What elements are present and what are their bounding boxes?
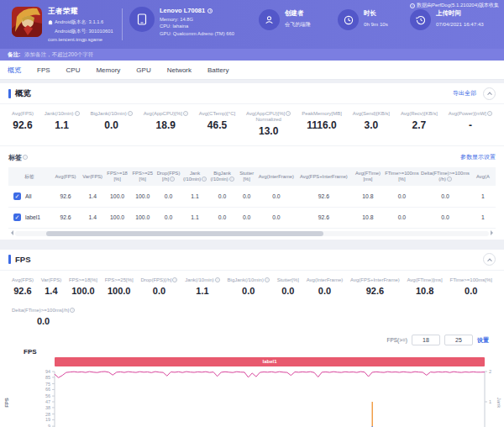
column-header: Var(FPS) xyxy=(81,167,105,186)
overview-collapse-button[interactable] xyxy=(483,87,496,100)
creator-label: 创建者 xyxy=(285,9,311,18)
chevron-up-icon xyxy=(487,258,492,263)
info-icon[interactable]: i xyxy=(183,111,188,116)
table-cell: 0.0 xyxy=(208,186,236,207)
device-memory: Memory: 14.8G xyxy=(160,17,234,22)
chart-label-band: label1 xyxy=(55,357,485,366)
stat-value: 100.0 xyxy=(105,286,134,296)
fps-threshold-input-2[interactable] xyxy=(444,335,473,345)
export-all-link[interactable]: 导出全部 xyxy=(453,89,476,98)
column-header: Avg(InterFrame) xyxy=(257,167,295,186)
scrollbar-thumb[interactable] xyxy=(46,231,323,236)
stat-value: 92.6 xyxy=(350,286,400,296)
column-header: Stutter[%] xyxy=(236,167,257,186)
overview-stats-row: Avg(FPS)92.6Jank(/10min)i1.1BigJank(/10m… xyxy=(0,104,504,145)
app-name: 王者荣耀 xyxy=(48,7,122,17)
column-header: 标签 xyxy=(8,167,50,186)
info-icon[interactable]: i xyxy=(265,277,270,282)
table-cell: 1.1 xyxy=(181,207,208,228)
stat: Delta(FTime)>=100ms[/h]i0.0 xyxy=(12,308,75,326)
info-icon[interactable]: i xyxy=(70,308,75,313)
stat-value: 92.6 xyxy=(12,119,34,131)
tab-memory[interactable]: Memory xyxy=(96,66,120,74)
info-icon[interactable]: i xyxy=(128,111,133,116)
upload-time-icon xyxy=(410,9,431,30)
row-label: ✓All xyxy=(8,192,50,200)
info-icon[interactable]: i xyxy=(202,177,207,182)
stat: Jank(/10min)i1.1 xyxy=(45,111,80,137)
scroll-left-icon[interactable] xyxy=(8,230,13,235)
svg-text:28: 28 xyxy=(45,411,50,416)
info-icon[interactable]: i xyxy=(286,111,291,116)
stat-label: Avg(FTime)[ms] xyxy=(407,277,442,283)
fps-collapse-button[interactable] xyxy=(483,253,496,266)
stat-value: 0.0 xyxy=(307,286,344,296)
stat-value: 0.0 xyxy=(140,286,177,296)
column-header: Delta(FTime)>=100ms(/h)i xyxy=(420,167,470,186)
scroll-right-icon[interactable] xyxy=(491,230,496,235)
note-bar[interactable]: 备注: 添加备注，不超过200个字符 xyxy=(0,49,504,61)
display-settings-link[interactable]: 参数显示设置 xyxy=(460,153,496,161)
stat-label: Avg(AppCPU)[%]iNormalized xyxy=(246,111,291,123)
row-checkbox[interactable]: ✓ xyxy=(13,214,21,221)
column-header: FTime>=100ms[%] xyxy=(384,167,420,186)
table-cell: 0.0 xyxy=(384,186,420,207)
threshold-settings-button[interactable]: 设置 xyxy=(477,336,489,345)
stat: PeakMemory[MB]1116.0 xyxy=(302,111,342,137)
tab-概览[interactable]: 概览 xyxy=(8,66,21,75)
labels-info-icon[interactable]: i xyxy=(23,155,28,160)
info-icon[interactable]: i xyxy=(447,177,452,182)
table-cell: 1.4 xyxy=(81,186,105,207)
table-cell: 1.1 xyxy=(181,186,208,207)
stat-value: 1.4 xyxy=(41,286,62,296)
stat-label: Avg(Send)[KB/s] xyxy=(353,111,390,117)
table-cell: 0.0 xyxy=(384,207,420,228)
stat-label: Avg(InterFrame) xyxy=(307,277,344,283)
info-icon[interactable]: i xyxy=(215,277,220,282)
table-row[interactable]: ✓label192.61.4100.0100.00.01.10.00.00.09… xyxy=(8,207,496,228)
tab-gpu[interactable]: GPU xyxy=(136,66,150,74)
svg-text:56: 56 xyxy=(45,393,50,398)
labels-table-title: 标签 xyxy=(8,153,22,162)
info-icon[interactable]: i xyxy=(170,177,175,182)
info-icon[interactable]: i xyxy=(172,277,177,282)
info-icon[interactable]: i xyxy=(75,111,80,116)
stat: FPS>=25[%]100.0 xyxy=(105,277,134,296)
table-cell: 0.0 xyxy=(420,207,470,228)
table-cell: 10.8 xyxy=(352,207,383,228)
tab-network[interactable]: Network xyxy=(167,66,192,74)
row-checkbox[interactable]: ✓ xyxy=(13,192,21,200)
info-icon[interactable]: i xyxy=(487,111,492,116)
stat-label: Avg(AppCPU)[%]i xyxy=(144,111,188,117)
tab-cpu[interactable]: CPU xyxy=(66,66,81,74)
svg-text:47: 47 xyxy=(45,399,50,404)
stat-label: Avg(CTemp)[°C] xyxy=(199,111,235,117)
tab-fps[interactable]: FPS xyxy=(37,66,50,74)
table-cell: 0.0 xyxy=(420,186,470,207)
labels-table: 标签Avg(FPS)Var(FPS)FPS>=18[%]FPS>=25[%]Dr… xyxy=(8,167,496,229)
fps-card: FPS Avg(FPS)92.6Var(FPS)1.4FPS>=18[%]100… xyxy=(0,250,504,427)
column-header: Avg(FTime)[ms] xyxy=(352,167,383,186)
table-cell: 100.0 xyxy=(130,207,155,228)
table-row[interactable]: ✓All92.61.4100.0100.00.01.10.00.00.092.6… xyxy=(8,186,496,207)
fps-threshold-input-1[interactable] xyxy=(412,335,440,345)
stat-value: 1.1 xyxy=(45,119,80,131)
table-cell: 92.6 xyxy=(296,186,353,207)
table-cell: 92.6 xyxy=(296,207,353,228)
fps-chart[interactable]: FPS label1 FPS Jank 09192838475666758594… xyxy=(0,348,504,427)
stat: Avg(FPS)92.6 xyxy=(12,111,34,137)
stat-label: Avg(Recv)[KB/s] xyxy=(401,111,438,117)
chart-plot[interactable]: 0919283847566675859401200:0000:2800:5601… xyxy=(0,368,504,427)
android-icon xyxy=(48,20,53,25)
stat-label: BigJank(/10min)i xyxy=(90,111,132,117)
device-info-icon[interactable]: i xyxy=(207,8,213,13)
table-cell: 0.0 xyxy=(236,186,257,207)
stat: Avg(FTime)[ms]10.8 xyxy=(407,277,442,296)
stat: Avg(InterFrame)0.0 xyxy=(307,277,344,296)
stat: Avg(FPS+InterFrame)92.6 xyxy=(350,277,400,296)
info-icon[interactable]: i xyxy=(229,177,234,182)
stat: Avg(AppCPU)[%]i18.9 xyxy=(144,111,188,137)
table-cell: 1.4 xyxy=(81,207,105,228)
tab-battery[interactable]: Battery xyxy=(207,66,228,74)
table-cell: 0.0 xyxy=(155,186,181,207)
